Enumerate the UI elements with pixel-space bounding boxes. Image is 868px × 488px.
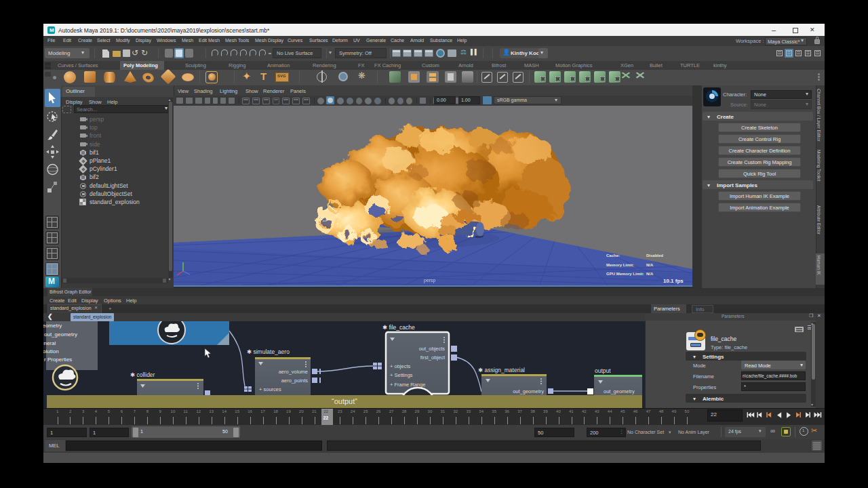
svg-text:geometry: geometry [43, 323, 62, 329]
svg-text:out_geometry: out_geometry [513, 388, 544, 394]
svg-text:+ Frame Range: + Frame Range [390, 382, 425, 388]
svg-text:solution: solution [43, 348, 59, 354]
svg-text:“output”: “output” [332, 397, 357, 405]
svg-text:✱ assign_material: ✱ assign_material [478, 367, 525, 373]
svg-text:eneral: eneral [43, 340, 56, 346]
svg-text:r Properties: r Properties [44, 357, 72, 363]
svg-text:aero_points: aero_points [281, 378, 308, 384]
svg-text:+ objects: + objects [390, 363, 410, 369]
svg-text:output: output [595, 367, 611, 374]
svg-text:out_geometry: out_geometry [604, 388, 635, 394]
svg-text:aero_volume: aero_volume [279, 369, 308, 375]
svg-text:✱ collider: ✱ collider [130, 371, 155, 378]
svg-text:✱ file_cache: ✱ file_cache [382, 324, 415, 331]
svg-text:+ sources: + sources [259, 386, 281, 392]
svg-text:✱ simulate_aero: ✱ simulate_aero [247, 348, 290, 355]
svg-text:out_objects: out_objects [419, 346, 446, 352]
svg-text:out_geometry: out_geometry [44, 331, 77, 338]
svg-text:+ Settings: + Settings [390, 372, 413, 378]
svg-text:first_object: first_object [420, 354, 446, 361]
